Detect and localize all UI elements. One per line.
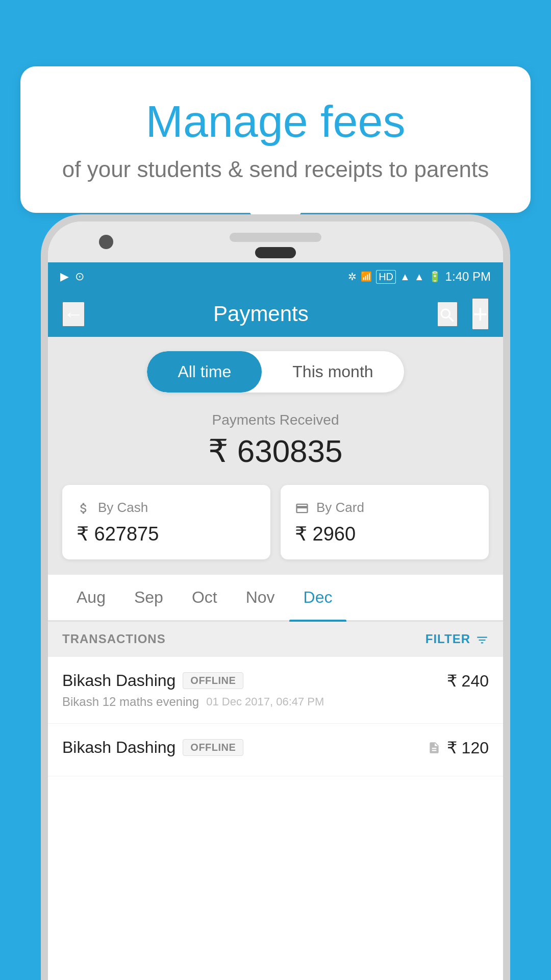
card-card: By Card ₹ 2960 <box>281 485 489 559</box>
offline-badge-2: OFFLINE <box>183 739 243 756</box>
table-row: Bikash Dashing OFFLINE ₹ 240 Bikash 12 m… <box>48 657 503 724</box>
doc-icon <box>428 741 441 754</box>
app-icon: ⊙ <box>75 270 84 283</box>
signal2-icon: ▲ <box>414 271 424 283</box>
filter-tabs: All time This month <box>48 337 503 407</box>
wifi-icon: ▲ <box>400 271 410 283</box>
cards-row: By Cash ₹ 627875 By Card ₹ 2960 <box>48 485 503 575</box>
cash-icon <box>77 499 91 516</box>
filter-funnel-icon <box>475 632 489 647</box>
cash-card-amount: ₹ 627875 <box>77 523 256 545</box>
hd-label: HD <box>376 270 396 284</box>
card-card-header: By Card <box>295 499 474 516</box>
transaction-top-2: Bikash Dashing OFFLINE ₹ 120 <box>62 738 489 757</box>
transaction-top-1: Bikash Dashing OFFLINE ₹ 240 <box>62 671 489 691</box>
phone-frame: ▶ ⊙ ✲ 📶 HD ▲ ▲ 🔋 1:40 PM ← Payments <box>41 214 510 980</box>
status-bar-right: ✲ 📶 HD ▲ ▲ 🔋 1:40 PM <box>348 270 491 284</box>
cash-card-label: By Cash <box>98 500 148 516</box>
credit-card-icon <box>295 499 309 516</box>
back-button[interactable]: ← <box>62 302 85 327</box>
transaction-amount-row-2: ₹ 120 <box>428 738 489 757</box>
phone-speaker <box>230 233 321 242</box>
filter-label: FILTER <box>425 632 470 646</box>
transaction-bottom-1: Bikash 12 maths evening 01 Dec 2017, 06:… <box>62 695 489 709</box>
phone-screen: ▶ ⊙ ✲ 📶 HD ▲ ▲ 🔋 1:40 PM ← Payments <box>48 262 503 980</box>
payments-received-label: Payments Received <box>62 412 489 428</box>
speech-bubble-subtitle: of your students & send receipts to pare… <box>61 157 490 182</box>
payments-summary: Payments Received ₹ 630835 <box>48 407 503 485</box>
transaction-date-1: 01 Dec 2017, 06:47 PM <box>206 695 324 708</box>
transaction-name-2: Bikash Dashing <box>62 738 176 757</box>
status-bar: ▶ ⊙ ✲ 📶 HD ▲ ▲ 🔋 1:40 PM <box>48 262 503 291</box>
phone-home-button <box>255 247 296 258</box>
phone-top-bar <box>48 222 503 262</box>
transaction-list: Bikash Dashing OFFLINE ₹ 240 Bikash 12 m… <box>48 657 503 980</box>
month-tab-nov[interactable]: Nov <box>232 575 289 620</box>
month-tabs: Aug Sep Oct Nov Dec <box>48 575 503 622</box>
transaction-amount-1: ₹ 240 <box>447 671 489 691</box>
transactions-label: TRANSACTIONS <box>62 632 166 646</box>
cash-card: By Cash ₹ 627875 <box>62 485 270 559</box>
speech-bubble: Manage fees of your students & send rece… <box>20 66 531 213</box>
this-month-tab[interactable]: This month <box>262 351 404 393</box>
month-tab-dec[interactable]: Dec <box>289 575 347 620</box>
youtube-icon: ▶ <box>60 270 69 283</box>
transaction-name-row: Bikash Dashing OFFLINE <box>62 671 243 690</box>
add-button[interactable]: + <box>472 298 489 330</box>
card-card-label: By Card <box>316 500 364 516</box>
transaction-name-1: Bikash Dashing <box>62 671 176 690</box>
status-bar-left: ▶ ⊙ <box>60 270 84 283</box>
month-tab-aug[interactable]: Aug <box>62 575 120 620</box>
app-toolbar: ← Payments + <box>48 291 503 337</box>
bluetooth-icon: ✲ <box>348 271 357 283</box>
transaction-amount-2: ₹ 120 <box>447 738 489 757</box>
toolbar-actions: + <box>437 298 489 330</box>
month-tab-sep[interactable]: Sep <box>120 575 178 620</box>
signal-icon: 📶 <box>361 271 372 282</box>
card-card-amount: ₹ 2960 <box>295 523 474 545</box>
transaction-name-row-2: Bikash Dashing OFFLINE <box>62 738 243 757</box>
all-time-tab[interactable]: All time <box>147 351 262 393</box>
search-button[interactable] <box>437 302 458 327</box>
time-filter-toggle: All time This month <box>147 351 404 393</box>
page-title: Payments <box>100 302 422 326</box>
status-time: 1:40 PM <box>445 270 491 284</box>
month-tab-oct[interactable]: Oct <box>178 575 232 620</box>
cash-card-header: By Cash <box>77 499 256 516</box>
filter-button[interactable]: FILTER <box>425 632 489 647</box>
offline-badge-1: OFFLINE <box>183 672 243 689</box>
battery-icon: 🔋 <box>429 271 441 283</box>
transaction-desc-1: Bikash 12 maths evening <box>62 695 199 709</box>
transactions-header: TRANSACTIONS FILTER <box>48 622 503 657</box>
table-row: Bikash Dashing OFFLINE ₹ 120 <box>48 724 503 776</box>
payments-total-amount: ₹ 630835 <box>62 432 489 470</box>
phone-camera <box>99 235 113 249</box>
speech-bubble-title: Manage fees <box>61 97 490 146</box>
